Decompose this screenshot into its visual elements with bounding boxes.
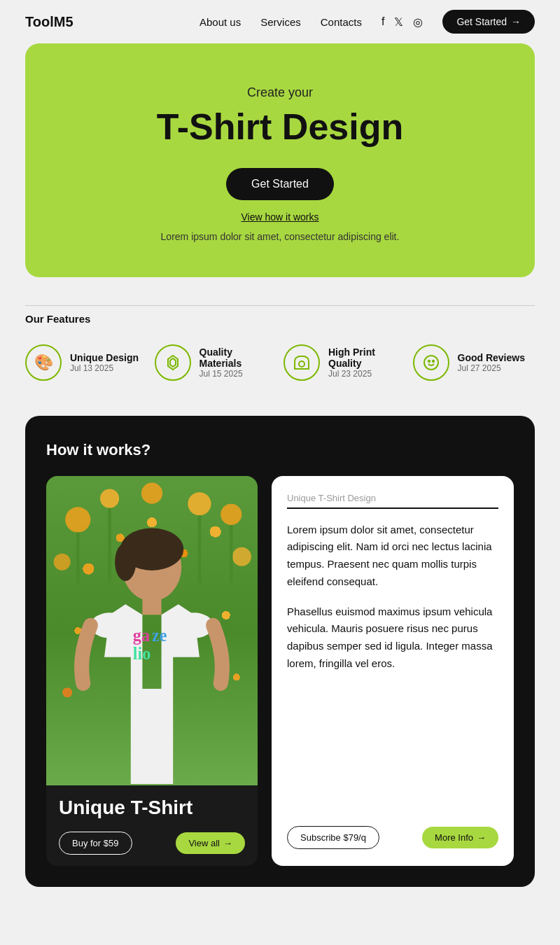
- card-paragraph-1: Lorem ipsum dolor sit amet, consectetur …: [287, 522, 498, 591]
- svg-point-12: [232, 547, 251, 566]
- svg-point-9: [188, 492, 211, 515]
- feature-date-1: Jul 13 2025: [70, 363, 139, 373]
- feature-date-4: Jul 27 2025: [458, 363, 525, 373]
- instagram-icon[interactable]: ◎: [413, 15, 423, 29]
- hero-section: Create your T-Shirt Design Get Started V…: [25, 43, 535, 277]
- card-right: Unique T-Shirt Design Lorem ipsum dolor …: [272, 476, 514, 866]
- twitter-icon[interactable]: 𝕏: [394, 15, 403, 29]
- feature-name-4: Good Reviews: [458, 352, 525, 363]
- feature-date-2: Jul 15 2025: [200, 369, 277, 379]
- hero-subtitle: Create your: [53, 85, 507, 100]
- good-reviews-icon: [413, 344, 449, 381]
- svg-point-19: [115, 543, 136, 581]
- nav-contacts[interactable]: Contacts: [321, 16, 362, 28]
- features-section: Our Features 🎨 Unique Design Jul 13 2025…: [0, 277, 560, 395]
- hero-get-started-button[interactable]: Get Started: [226, 168, 334, 200]
- more-info-button[interactable]: More Info: [422, 827, 498, 848]
- feature-quality-materials: Quality Materials Jul 15 2025: [155, 344, 277, 381]
- how-title: How it works?: [46, 441, 514, 459]
- feature-good-reviews: Good Reviews Jul 27 2025: [413, 344, 536, 381]
- svg-point-10: [220, 504, 241, 525]
- social-links: f 𝕏 ◎: [382, 15, 423, 29]
- nav-services[interactable]: Services: [260, 16, 301, 28]
- how-it-works-section: How it works?: [25, 416, 535, 887]
- svg-point-3: [424, 356, 438, 370]
- feature-high-print: High Print Quality Jul 23 2025: [284, 344, 406, 381]
- high-print-icon: [284, 344, 320, 381]
- feature-text-4: Good Reviews Jul 27 2025: [458, 352, 525, 373]
- card-image: ga ze lio: [46, 476, 258, 785]
- feature-text-1: Unique Design Jul 13 2025: [70, 352, 139, 373]
- features-grid: 🎨 Unique Design Jul 13 2025 Quality Mate…: [25, 344, 535, 381]
- card-paragraph-2: Phasellus euismod maximus ipsum vehicula…: [287, 603, 498, 673]
- facebook-icon[interactable]: f: [382, 15, 384, 28]
- quality-materials-icon: [155, 344, 191, 381]
- feature-name-3: High Print Quality: [328, 346, 406, 369]
- feature-name-2: Quality Materials: [200, 346, 277, 369]
- hero-view-link[interactable]: View how it works: [53, 211, 507, 223]
- card-left-body: Unique T-Shirt Buy for $59 View all: [46, 785, 258, 866]
- svg-point-5: [432, 360, 433, 362]
- svg-point-6: [65, 507, 90, 532]
- svg-marker-1: [170, 358, 176, 367]
- hero-title: T-Shirt Design: [53, 107, 507, 147]
- feature-text-3: High Print Quality Jul 23 2025: [328, 346, 406, 379]
- card-right-actions: Subscribe $79/q More Info: [287, 826, 498, 849]
- feature-name-1: Unique Design: [70, 352, 139, 363]
- card-divider: [287, 507, 498, 509]
- unique-design-icon: 🎨: [25, 344, 62, 381]
- logo: ToolM5: [25, 14, 74, 30]
- shirt-title: Unique T-Shirt: [59, 797, 245, 819]
- features-title: Our Features: [25, 305, 535, 332]
- svg-point-8: [141, 483, 162, 504]
- card-right-label: Unique T-Shirt Design: [287, 493, 498, 503]
- svg-text:lio: lio: [133, 644, 151, 663]
- card-right-body: Lorem ipsum dolor sit amet, consectetur …: [287, 522, 498, 812]
- subscribe-button[interactable]: Subscribe $79/q: [287, 826, 379, 849]
- buy-button[interactable]: Buy for $59: [59, 832, 132, 855]
- card-left: ga ze lio Unique T-Shirt Buy for $59 Vie…: [46, 476, 258, 866]
- svg-point-4: [428, 360, 429, 362]
- svg-rect-20: [142, 596, 161, 615]
- card-left-actions: Buy for $59 View all: [59, 832, 245, 855]
- view-all-button[interactable]: View all: [176, 832, 245, 854]
- svg-point-11: [54, 554, 71, 570]
- nav-about[interactable]: About us: [200, 16, 241, 28]
- nav-get-started-button[interactable]: Get Started: [442, 10, 535, 34]
- feature-text-2: Quality Materials Jul 15 2025: [200, 346, 277, 379]
- svg-text:ga: ga: [133, 626, 150, 645]
- navbar: ToolM5 About us Services Contacts f 𝕏 ◎ …: [0, 0, 560, 43]
- how-cards: ga ze lio Unique T-Shirt Buy for $59 Vie…: [46, 476, 514, 866]
- svg-point-7: [100, 489, 119, 508]
- feature-date-3: Jul 23 2025: [328, 369, 406, 379]
- svg-point-2: [299, 361, 304, 367]
- feature-unique-design: 🎨 Unique Design Jul 13 2025: [25, 344, 148, 381]
- nav-links: About us Services Contacts f 𝕏 ◎ Get Sta…: [200, 10, 535, 34]
- svg-text:ze: ze: [152, 626, 167, 645]
- hero-description: Lorem ipsum dolor sit amet, consectetur …: [53, 231, 507, 242]
- about-section: About Us Lorem ipsum dolor sit amet, con…: [0, 908, 560, 945]
